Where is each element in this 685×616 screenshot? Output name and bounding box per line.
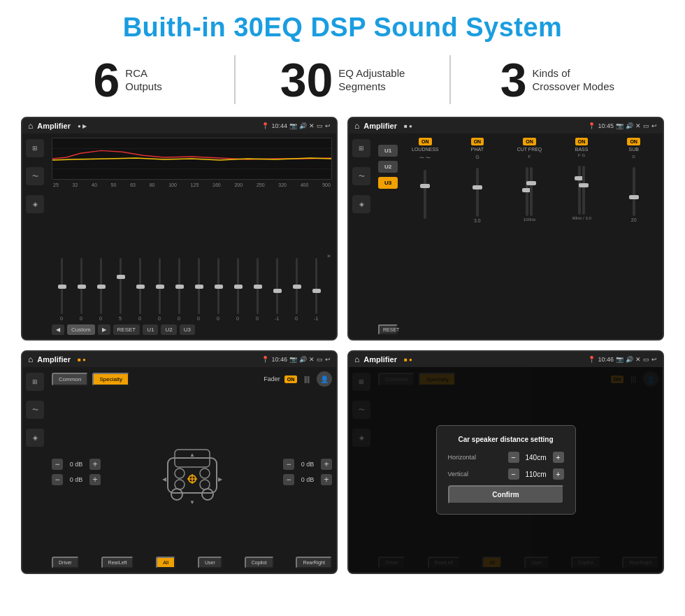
vol-plus-3[interactable]: + (321, 459, 332, 470)
status-bar-crossover: ⌂ Amplifier ■ ● 📍 10:45 📷 🔊 ✕ ▭ ↩ (349, 118, 663, 134)
dialog-value-row-horizontal: − 140cm + (508, 452, 564, 463)
vol-plus-4[interactable]: + (321, 474, 332, 485)
status-icons-eq: 📍 10:44 📷 🔊 ✕ ▭ ↩ (261, 122, 331, 129)
slider-loudness (401, 163, 450, 219)
fader-top: Common Specialty Fader ON ||| 👤 (52, 371, 332, 387)
eq-slider-13: 0 (288, 258, 305, 321)
status-icons-fader: 📍 10:46 📷 🔊 ✕ ▭ ↩ (261, 356, 331, 363)
dialog-plus-vertical[interactable]: + (553, 468, 564, 480)
btn-all[interactable]: All (156, 557, 175, 568)
btn-user[interactable]: User (198, 557, 222, 568)
back-icon-dialog: ↩ (651, 356, 657, 363)
dialog-minus-horizontal[interactable]: − (508, 452, 519, 463)
label-phat: PHAT (471, 147, 484, 152)
dialog-plus-horizontal[interactable]: + (553, 452, 564, 463)
btn-copilot[interactable]: Copilot (245, 557, 274, 568)
crossover-controls: ON LOUDNESS 〜 〜 ON (401, 138, 658, 335)
app-title-fader: Amplifier (37, 355, 71, 364)
ctrl-phat: ON PHAT G 3.0 (453, 138, 503, 335)
dialog-value-vertical: 110cm (522, 471, 550, 478)
ctrl-cutfreq: ON CUT FREQ F 100Hz (505, 138, 554, 335)
btn-rearright[interactable]: RearRight (296, 557, 332, 568)
stats-row: 6 RCAOutputs 30 EQ AdjustableSegments 3 … (21, 55, 664, 104)
sidebar-btn-f-2[interactable]: 〜 (26, 401, 44, 419)
eq-slider-3: 0 (92, 258, 109, 321)
sidebar-btn-f-3[interactable]: ◈ (26, 429, 44, 447)
eq-slider-8: 0 (190, 258, 207, 321)
toggle-bass[interactable]: ON (575, 138, 589, 145)
volume-icon-fader: 🔊 (299, 356, 307, 363)
vol-plus-2[interactable]: + (89, 474, 101, 485)
preset-u3[interactable]: U3 (378, 177, 398, 189)
vol-minus-4[interactable]: − (283, 474, 294, 485)
dialog-label-vertical: Vertical (448, 471, 486, 478)
vol-minus-3[interactable]: − (283, 459, 294, 470)
toggle-loudness[interactable]: ON (419, 138, 432, 145)
vol-minus-2[interactable]: − (52, 474, 63, 485)
sidebar-btn-f-1[interactable]: ⊞ (26, 373, 44, 391)
location-icon-fader: 📍 (261, 356, 269, 363)
vol-col-left: − 0 dB + − 0 dB + (52, 459, 101, 485)
status-bar-fader: ⌂ Amplifier ■ ● 📍 10:46 📷 🔊 ✕ ▭ ↩ (22, 352, 336, 367)
screen-content-dialog: ⊞ 〜 ◈ Common Specialty ON ||| 👤 Dr (349, 367, 663, 573)
fader-label: Fader (264, 375, 280, 382)
home-icon-dialog: ⌂ (354, 354, 359, 364)
eq-slider-9: 0 (210, 258, 226, 321)
vol-row-2: − 0 dB + (52, 474, 101, 485)
preset-u2[interactable]: U2 (378, 161, 398, 173)
home-icon-fader: ⌂ (28, 354, 33, 364)
sidebar-btn-eq-1[interactable]: ⊞ (26, 139, 44, 157)
back-icon-fader: ↩ (325, 356, 331, 363)
toggle-cutfreq[interactable]: ON (523, 138, 536, 145)
stat-label-rca: RCAOutputs (125, 66, 162, 94)
toggle-sub[interactable]: ON (627, 138, 640, 145)
vol-val-2: 0 dB (66, 476, 87, 483)
sidebar-btn-cx-2[interactable]: 〜 (352, 167, 370, 185)
screen-dialog: ⌂ Amplifier ■ ● 📍 10:46 📷 🔊 ✕ ▭ ↩ ⊞ 〜 ◈ (347, 350, 664, 574)
vol-val-1: 0 dB (66, 461, 87, 468)
stat-eq: 30 EQ AdjustableSegments (236, 56, 449, 103)
dialog-row-horizontal: Horizontal − 140cm + (448, 452, 564, 463)
sidebar-btn-cx-1[interactable]: ⊞ (352, 139, 370, 157)
eq-u3-btn[interactable]: U3 (180, 324, 195, 335)
sidebar-btn-eq-2[interactable]: 〜 (26, 167, 44, 185)
btn-rearleft[interactable]: RearLeft (101, 557, 134, 568)
eq-custom-btn[interactable]: Custom (67, 324, 95, 335)
slider-bass-2 (582, 159, 585, 215)
location-icon-dialog: 📍 (588, 356, 596, 363)
location-icon-eq: 📍 (261, 122, 269, 129)
slider-phat (453, 161, 503, 217)
toggle-phat[interactable]: ON (471, 138, 484, 145)
battery-icon-fader: ▭ (317, 356, 323, 363)
eq-slider-2: 0 (73, 258, 89, 321)
svg-point-8 (175, 468, 185, 478)
vol-minus-1[interactable]: − (52, 459, 63, 470)
tab-common-fader[interactable]: Common (52, 373, 88, 386)
vol-row-4: − 0 dB + (283, 474, 332, 485)
eq-u2-btn[interactable]: U2 (161, 324, 176, 335)
label-bass: BASS (575, 147, 589, 152)
screen-eq: ⌂ Amplifier ● ▶ 📍 10:44 📷 🔊 ✕ ▭ ↩ ⊞ 〜 ◈ (21, 117, 338, 341)
fader-sliders-icon: ||| (304, 375, 310, 383)
back-icon-crossover: ↩ (651, 122, 657, 129)
confirm-button[interactable]: Confirm (448, 485, 564, 504)
preset-u1[interactable]: U1 (378, 145, 398, 157)
crossover-reset-btn[interactable]: RESET (378, 324, 398, 335)
vol-plus-1[interactable]: + (89, 459, 101, 470)
fader-person-icon: 👤 (317, 371, 332, 387)
btn-driver[interactable]: Driver (52, 557, 79, 568)
eq-u1-btn[interactable]: U1 (143, 324, 158, 335)
sidebar-btn-eq-3[interactable]: ◈ (26, 195, 44, 213)
tab-specialty-fader[interactable]: Specialty (92, 373, 129, 386)
ctrl-loudness: ON LOUDNESS 〜 〜 (401, 138, 450, 335)
eq-play-btn[interactable]: ▶ (98, 324, 110, 335)
dialog-minus-vertical[interactable]: − (508, 468, 519, 480)
svg-text:▼: ▼ (189, 499, 195, 506)
eq-reset-btn[interactable]: RESET (113, 324, 140, 335)
time-eq: 10:44 (271, 122, 287, 129)
eq-prev-btn[interactable]: ◀ (52, 324, 64, 335)
volume-icon-dialog: 🔊 (626, 356, 633, 363)
label-sub: SUB (628, 147, 638, 152)
dialog-label-horizontal: Horizontal (448, 454, 486, 461)
sidebar-btn-cx-3[interactable]: ◈ (352, 195, 370, 213)
